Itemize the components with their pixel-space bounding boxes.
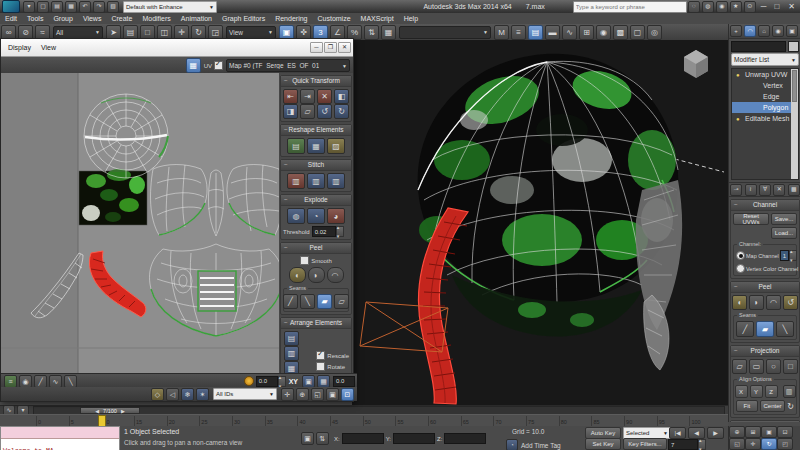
mirror-icon[interactable]: M: [494, 25, 509, 40]
convert-edge-to-seam-icon[interactable]: ▰: [317, 294, 332, 309]
x-coordinate-field[interactable]: [342, 433, 384, 444]
fit-button[interactable]: Fit: [736, 400, 758, 412]
align-to-edge-icon[interactable]: ▱: [300, 104, 315, 119]
hide-selected-icon[interactable]: ◁: [166, 388, 179, 401]
pack-full-icon[interactable]: ▦: [284, 361, 299, 373]
align-axis-button[interactable]: Z: [765, 385, 778, 398]
make-square-icon[interactable]: ▦: [307, 138, 325, 154]
tab-modify[interactable]: ◠: [744, 25, 756, 37]
center-button[interactable]: Center: [760, 400, 786, 412]
soft-selection-icon[interactable]: ◉: [19, 375, 32, 388]
planar-map-icon[interactable]: ▱: [732, 359, 747, 374]
uv-canvas[interactable]: [1, 73, 279, 373]
falloff-smooth-icon[interactable]: ∿: [49, 375, 62, 388]
convert-edge-to-seam-icon[interactable]: ╲: [776, 321, 794, 337]
named-selection-sets-dropdown[interactable]: ▼: [399, 26, 491, 39]
pan-icon[interactable]: ✛: [281, 388, 294, 401]
tab-create[interactable]: +: [730, 25, 742, 37]
falloff-spinner[interactable]: [278, 376, 286, 387]
current-frame-field[interactable]: 7: [668, 439, 698, 450]
sign-in-icon[interactable]: ⊙: [744, 1, 756, 13]
field-of-view-icon[interactable]: ◱: [729, 438, 745, 450]
align-icon[interactable]: ≡: [511, 25, 526, 40]
set-key-button[interactable]: Set Key: [585, 438, 621, 450]
load-uvws-button[interactable]: Load...: [771, 227, 797, 239]
object-color-swatch[interactable]: [788, 41, 799, 52]
lock-selection-icon[interactable]: ◇: [151, 388, 164, 401]
y-coordinate-field[interactable]: [393, 433, 435, 444]
rotate-90-ccw-icon[interactable]: ↺: [317, 104, 332, 119]
uv-options-menu-icon[interactable]: ≡: [4, 375, 17, 388]
flatten-by-smoothing-group-icon[interactable]: ◍: [287, 208, 305, 224]
align-axis-button[interactable]: Y: [750, 385, 763, 398]
tab-display[interactable]: ▣: [786, 25, 798, 37]
zoom-to-selection-icon[interactable]: ⊡: [341, 388, 354, 401]
peel-mode-icon[interactable]: ◗: [308, 267, 325, 283]
filter-selected-faces-icon[interactable]: ✶: [196, 388, 209, 401]
align-axis-button[interactable]: X: [735, 385, 748, 398]
reset-peel-icon[interactable]: ↺: [783, 295, 798, 310]
material-id-filter-dropdown[interactable]: All IDs▼: [213, 388, 277, 400]
minimize-button[interactable]: ─: [761, 2, 767, 11]
project-folder-icon[interactable]: ▧: [107, 1, 119, 13]
space-vertical-icon[interactable]: ◨: [283, 104, 298, 119]
tab-hierarchy[interactable]: ⌂: [758, 25, 770, 37]
open-file-icon[interactable]: ▤: [51, 1, 63, 13]
align-to-view-icon[interactable]: ▥: [783, 385, 796, 398]
uv-space-toggle-icon[interactable]: ▦: [317, 375, 330, 388]
map-channel-spinner[interactable]: [789, 250, 797, 261]
maximize-viewport-toggle-icon[interactable]: ◰: [777, 438, 793, 450]
schematic-view-icon[interactable]: ⊞: [579, 25, 594, 40]
falloff-slow-icon[interactable]: ╲: [64, 375, 77, 388]
save-file-icon[interactable]: ▦: [65, 1, 77, 13]
render-setup-icon[interactable]: ▩: [613, 25, 628, 40]
close-button[interactable]: ✕: [788, 2, 795, 11]
frame-spinner[interactable]: [698, 439, 706, 450]
align-horizontal-icon[interactable]: ⇤: [283, 89, 298, 104]
uv-minimize-button[interactable]: ─: [310, 42, 323, 53]
favorites-icon[interactable]: ★: [730, 1, 742, 13]
reset-projection-icon[interactable]: ↻: [787, 402, 794, 411]
freeze-selected-icon[interactable]: ❄: [181, 388, 194, 401]
app-menu-icon[interactable]: ▾: [23, 1, 35, 13]
stack-scrollbar[interactable]: [791, 69, 798, 179]
map-channel-radio[interactable]: [736, 251, 745, 260]
3ds-max-logo[interactable]: [2, 0, 20, 13]
key-filters-button[interactable]: Key Filters...: [623, 438, 667, 450]
undo-icon[interactable]: ↶: [79, 1, 91, 13]
curve-editor-icon[interactable]: ∿: [562, 25, 577, 40]
absolute-typein-icon[interactable]: ▣: [302, 375, 315, 388]
search-icon[interactable]: ◌: [688, 1, 700, 13]
remove-modifier-icon[interactable]: ✕: [773, 184, 785, 196]
falloff-linear-icon[interactable]: ╱: [34, 375, 47, 388]
explode-threshold-spinner[interactable]: [336, 226, 344, 237]
infocenter-search-input[interactable]: [573, 1, 687, 13]
communication-center-icon[interactable]: ◉: [716, 1, 728, 13]
align-vertical-icon[interactable]: ⇥: [300, 89, 315, 104]
linear-align-icon[interactable]: ✕: [317, 89, 332, 104]
selection-lock-toggle-icon[interactable]: ▣: [301, 432, 314, 445]
pan-view-icon[interactable]: ✛: [745, 438, 761, 450]
uv-window-titlebar[interactable]: DisplayView ─ ❐ ✕: [1, 39, 353, 57]
render-icon[interactable]: ◎: [647, 25, 662, 40]
box-map-icon[interactable]: □: [783, 359, 798, 374]
object-name-field[interactable]: [731, 41, 786, 52]
zoom-extents-icon[interactable]: ▣: [761, 426, 777, 438]
graphite-ribbon-icon[interactable]: ▬: [545, 25, 560, 40]
rescale-checkbox[interactable]: [316, 351, 325, 360]
rotate-checkbox[interactable]: [316, 362, 325, 371]
zoom-icon[interactable]: ⊕: [729, 426, 745, 438]
uv-restore-button[interactable]: ❐: [324, 42, 337, 53]
layer-manager-icon[interactable]: ▤: [528, 25, 543, 40]
zoom-extents-icon[interactable]: ▣: [326, 388, 339, 401]
absolute-offset-mode-icon[interactable]: ⇅: [316, 432, 329, 445]
show-map-toggle-icon[interactable]: ▦: [186, 58, 201, 73]
peel-smooth-checkbox[interactable]: [300, 256, 309, 265]
subscription-icon[interactable]: ◍: [702, 1, 714, 13]
quick-peel-icon[interactable]: ◖: [732, 295, 747, 310]
stitch-custom-icon[interactable]: ▥: [287, 173, 305, 189]
show-end-result-icon[interactable]: ≀: [745, 184, 757, 196]
restore-button[interactable]: □: [774, 2, 779, 11]
selection-filter-dropdown[interactable]: All▼: [53, 26, 103, 39]
pelt-map-icon[interactable]: ◠: [327, 267, 344, 283]
